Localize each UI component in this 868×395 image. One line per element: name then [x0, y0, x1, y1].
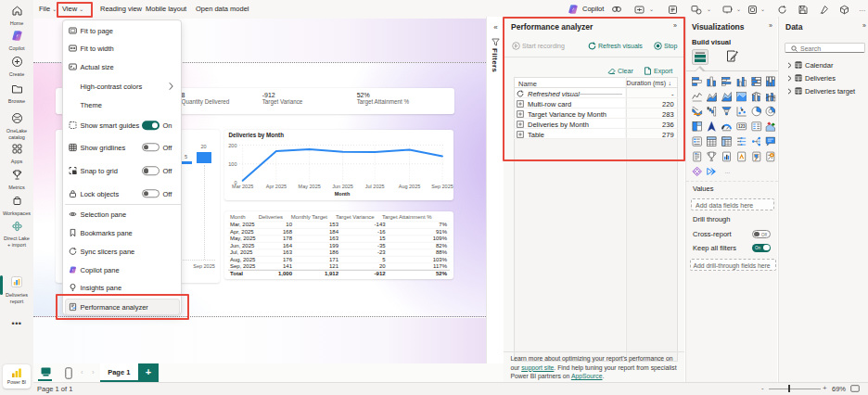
svg-text:Aug 2025: Aug 2025 — [399, 184, 421, 189]
svg-text:1,912: 1,912 — [325, 272, 339, 277]
svg-text:141: 141 — [283, 264, 293, 270]
svg-text:Jul 2025: Jul 2025 — [365, 184, 385, 189]
svg-text:88%: 88% — [436, 250, 448, 256]
svg-text:10: 10 — [286, 223, 292, 228]
svg-text:153: 153 — [329, 223, 339, 228]
svg-text:168: 168 — [283, 229, 293, 235]
svg-text:Monthly Target: Monthly Target — [291, 214, 328, 220]
svg-text:Apr, 2025: Apr, 2025 — [230, 229, 254, 235]
svg-text:-143: -143 — [375, 223, 387, 228]
svg-text:52%: 52% — [436, 272, 448, 277]
svg-text:Jun, 2025: Jun, 2025 — [230, 243, 255, 248]
svg-text:121: 121 — [329, 264, 339, 270]
svg-text:91%: 91% — [436, 229, 448, 235]
svg-text:200: 200 — [228, 142, 236, 147]
svg-text:-16: -16 — [377, 229, 386, 235]
svg-text:7%: 7% — [439, 223, 447, 228]
svg-text:103%: 103% — [433, 257, 448, 262]
svg-text:186: 186 — [329, 250, 339, 256]
svg-text:Deliveries: Deliveries — [259, 214, 283, 220]
svg-text:Sep, 2025: Sep, 2025 — [230, 264, 256, 270]
svg-text:163: 163 — [283, 250, 293, 256]
svg-text:109%: 109% — [433, 236, 448, 242]
svg-text:123: 123 — [738, 124, 746, 129]
svg-text:Sep 2025: Sep 2025 — [431, 184, 453, 189]
svg-text:1,000: 1,000 — [278, 272, 293, 277]
svg-text:176: 176 — [283, 257, 293, 262]
svg-text:171: 171 — [329, 257, 339, 262]
svg-text:Jun 2025: Jun 2025 — [332, 184, 353, 189]
svg-text:Target Variance: Target Variance — [336, 214, 375, 220]
svg-text:May, 2025: May, 2025 — [230, 236, 256, 242]
svg-text:5: 5 — [382, 257, 386, 262]
svg-text:Jul, 2025: Jul, 2025 — [230, 250, 253, 256]
svg-text:Month: Month — [335, 190, 351, 196]
svg-text:Apr 2025: Apr 2025 — [266, 184, 287, 189]
svg-text:Mar, 2025: Mar, 2025 — [230, 223, 255, 228]
svg-text:May 2025: May 2025 — [299, 184, 321, 189]
svg-text:Month: Month — [230, 214, 246, 220]
svg-text:163: 163 — [329, 236, 339, 242]
svg-text:Mar 2025: Mar 2025 — [232, 184, 253, 189]
svg-text:Aug, 2025: Aug, 2025 — [230, 257, 256, 262]
svg-text:82%: 82% — [436, 243, 448, 248]
svg-text:178: 178 — [283, 236, 293, 242]
svg-text:Target Attainment %: Target Attainment % — [382, 214, 432, 220]
svg-text:15: 15 — [379, 236, 386, 242]
svg-text:…: … — [725, 169, 731, 174]
svg-text:184: 184 — [329, 229, 339, 235]
svg-text:-23: -23 — [377, 250, 386, 256]
svg-text:100: 100 — [228, 160, 236, 166]
svg-text:199: 199 — [329, 243, 339, 248]
svg-text:20: 20 — [379, 264, 386, 270]
svg-text:117%: 117% — [433, 264, 448, 270]
svg-text:Total: Total — [230, 272, 243, 277]
svg-text:164: 164 — [283, 243, 293, 248]
svg-text:Deliveries by Month: Deliveries by Month — [229, 132, 285, 139]
svg-text:-35: -35 — [377, 243, 386, 248]
svg-text:-912: -912 — [375, 272, 387, 277]
